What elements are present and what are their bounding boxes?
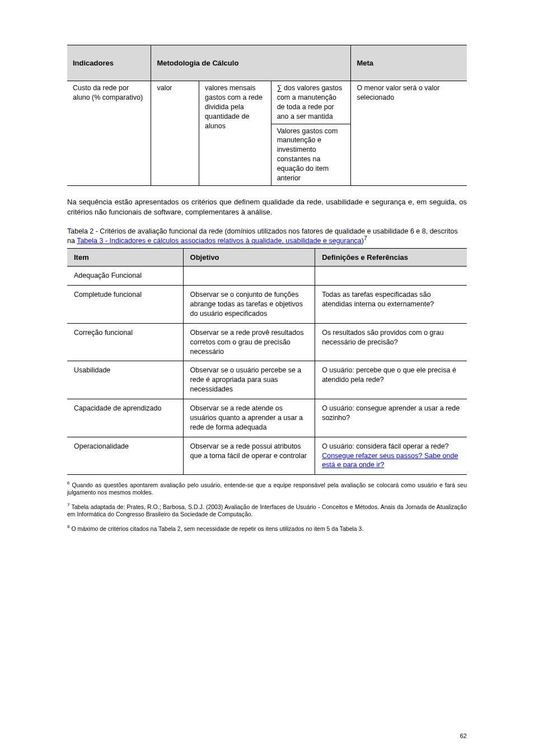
cell-objetivo: Observar se a rede atende os usuários qu… [183,399,315,437]
cell-definicoes [315,267,467,286]
cell-text-manutencao-top: ∑ dos valores gastos com a manutenção de… [271,81,351,124]
footnote-ref-7: 7 [364,235,367,241]
cell-item: Adequação Funcional [67,267,183,286]
table-row: Indicadores Metodologia de Cálculo Meta [67,45,467,81]
page-number: 62 [460,732,467,739]
cell-meta-menor-1: O menor valor será o valor selecionado [351,81,467,186]
table-row: Item Objetivo Definições e Referências [67,249,467,267]
paragraph-intro: Na sequência estão apresentados os crité… [67,197,467,217]
footnote-num: 7 [67,502,69,507]
footnote-8: 8 O máximo de critérios citados na Tabel… [67,524,467,533]
table-row: Custo da rede por aluno (% comparativo) … [67,81,467,124]
cell-definicoes: O usuário: percebe que o que ele precisa… [315,361,467,399]
caption-link-tabela3[interactable]: Tabela 3 - Indicadores e cálculos associ… [77,237,327,245]
table-row: Completude funcional Observar se o conju… [67,286,467,324]
table-criteria-cost: Indicadores Metodologia de Cálculo Meta … [67,45,467,186]
table-criteria-functional: Item Objetivo Definições e Referências A… [67,248,467,475]
table-row: Capacidade de aprendizado Observar se a … [67,399,467,437]
footnote-text: O máximo de critérios citados na Tabela … [71,525,363,531]
col-header-metodologia: Metodologia de Cálculo [151,45,351,81]
footnote-text: Tabela adaptada de: Prates, R.O.; Barbos… [67,503,467,518]
footnote-text: Quando as questões apontarem avaliação p… [67,482,467,496]
cell-item: Usabilidade [67,361,183,399]
cell-item: Operacionalidade [67,437,183,475]
table-row: Usabilidade Observar se o usuário perceb… [67,361,467,399]
cell-definicoes: Todas as tarefas especificadas são atend… [315,286,467,324]
cell-definicoes: O usuário: considera fácil operar a rede… [315,437,467,475]
cell-definicoes: O usuário: consegue aprender a usar a re… [315,399,467,437]
col-header-item: Item [67,249,183,267]
cell-text-manutencao: Valores gastos com manutenção e investim… [271,124,351,185]
cell-text-valores-mensais: valores mensais gastos com a rede dividi… [199,81,271,186]
col-header-objetivo: Objetivo [183,249,315,267]
footnote-num: 6 [67,480,69,486]
cell-objetivo: Observar se a rede possui atributos que … [183,437,315,475]
cell-objetivo: Observar se a rede provê resultados corr… [183,323,315,361]
footnote-6: 6 Quando as questões apontarem avaliação… [67,480,467,497]
footnote-num: 8 [67,524,69,529]
table-row: Correção funcional Observar se a rede pr… [67,323,467,361]
cell-item: Capacidade de aprendizado [67,399,183,437]
table-row: Operacionalidade Observar se a rede poss… [67,437,467,475]
col-header-meta: Meta [351,45,467,81]
table-row: Adequação Funcional [67,267,467,286]
cell-text: O usuário: considera fácil operar a rede… [322,442,449,450]
col-header-indicadores: Indicadores [67,45,151,81]
cell-item: Completude funcional [67,286,183,324]
footnote-7: 7 Tabela adaptada de: Prates, R.O.; Barb… [67,502,467,519]
cell-sigma: valor [151,81,199,186]
table2-caption: Tabela 2 - Critérios de avaliação funcio… [67,227,467,245]
cell-objetivo: Observar se o conjunto de funções abrang… [183,286,315,324]
cell-link-refazer[interactable]: Consegue refazer seus passos? [322,452,424,460]
cell-indicador-rede: Custo da rede por aluno (% comparativo) [67,81,151,186]
cell-item: Correção funcional [67,323,183,361]
cell-definicoes: Os resultados são providos com o grau ne… [315,323,467,361]
caption-link-seguranca[interactable]: segurança [327,237,362,245]
cell-objetivo [183,267,315,286]
col-header-definicoes: Definições e Referências [315,249,467,267]
cell-objetivo: Observar se o usuário percebe se a rede … [183,361,315,399]
